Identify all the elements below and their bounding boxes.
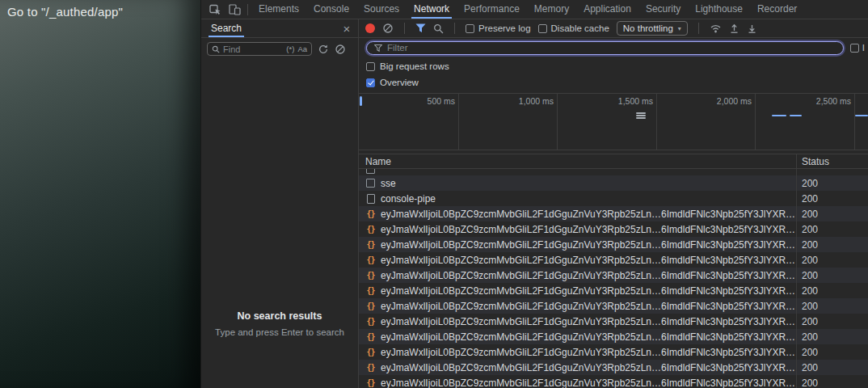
find-toolbar: Find (*) Aa (201, 38, 358, 57)
filter-placeholder: Filter (387, 43, 408, 53)
toolbar-separator (454, 23, 455, 34)
overview-gridline (755, 94, 756, 150)
script-icon (365, 239, 376, 250)
tab-console[interactable]: Console (306, 0, 356, 19)
tab-recorder[interactable]: Recorder (750, 0, 804, 19)
find-placeholder: Find (223, 44, 283, 54)
overview-option[interactable]: Overview (366, 74, 868, 91)
inspect-icon[interactable] (205, 0, 225, 19)
search-icon[interactable] (433, 23, 444, 34)
network-toolbar: Preserve log Disable cache No throttling… (359, 19, 868, 38)
browser-page-background: Go to "/_authed/app" (0, 0, 200, 388)
request-row[interactable]: eyJmaWxlIjoiL0BpZC9zcmMvbGliL2F1dGguZnVu… (359, 329, 868, 344)
tab-elements[interactable]: Elements (251, 0, 306, 19)
block-icon[interactable] (335, 44, 346, 55)
big-request-rows-option[interactable]: Big request rows (366, 58, 868, 74)
request-row[interactable]: eyJmaWxlIjoiL0BpZC9zcmMvbGliL2F1dGguZnVu… (359, 252, 868, 268)
tab-application[interactable]: Application (576, 0, 638, 19)
tab-lighthouse[interactable]: Lighthouse (688, 0, 750, 19)
import-har-icon[interactable] (729, 23, 739, 34)
tab-performance[interactable]: Performance (457, 0, 527, 19)
request-row[interactable]: console-pipe200 (359, 191, 868, 206)
request-status: 200 (796, 191, 868, 206)
tab-network[interactable]: Network (407, 0, 457, 19)
filter-icon[interactable] (415, 23, 426, 33)
request-status: 200 (796, 237, 868, 252)
request-row[interactable]: eyJmaWxlIjoiL0BpZC9zcmMvbGliL2F1dGguZnVu… (359, 237, 868, 252)
request-status: 200 (796, 252, 868, 268)
request-status: 200 (796, 344, 868, 360)
request-row[interactable]: eyJmaWxlIjoiL0BpZC9zcmMvbGliL2F1dGguZnVu… (359, 221, 868, 237)
device-toolbar-icon[interactable] (225, 0, 244, 19)
record-icon[interactable] (365, 23, 375, 33)
toolbar-separator (404, 23, 405, 34)
request-status: 200 (796, 375, 868, 388)
checkbox-icon[interactable] (538, 24, 547, 33)
checkbox-icon[interactable] (850, 44, 859, 53)
export-har-icon[interactable] (747, 23, 757, 34)
search-input[interactable]: Find (*) Aa (207, 42, 312, 56)
column-header-name[interactable]: Name (359, 154, 796, 168)
request-status: 200 (796, 221, 868, 237)
script-icon (365, 331, 376, 342)
request-status: 200 (796, 298, 868, 314)
devtools-tabs: ElementsConsoleSourcesNetworkPerformance… (251, 0, 804, 19)
network-conditions-icon[interactable] (710, 23, 722, 33)
invert-label: I (862, 43, 865, 53)
request-row[interactable]: eyJmaWxlIjoiL0BpZC9zcmMvbGliL2F1dGguZnVu… (359, 283, 868, 298)
script-icon (365, 377, 376, 388)
request-row[interactable]: eyJmaWxlIjoiL0BpZC9zcmMvbGliL2F1dGguZnVu… (359, 344, 868, 360)
disable-cache-checkbox[interactable]: Disable cache (538, 23, 609, 33)
overview-request-mark (636, 117, 646, 119)
overview-time-label: 1,500 ms (618, 96, 653, 106)
request-name: eyJmaWxlIjoiL0BpZC9zcmMvbGliL2F1dGguZnVu… (381, 347, 796, 358)
column-header-status[interactable]: Status (796, 154, 868, 168)
request-row[interactable]: eyJmaWxlIjoiL0BpZC9zcmMvbGliL2F1dGguZnVu… (359, 298, 868, 314)
throttling-select[interactable]: No throttling ▾ (617, 21, 688, 36)
no-results-subtitle: Type and press Enter to search (201, 327, 358, 337)
network-overview[interactable]: 500 ms1,000 ms1,500 ms2,000 ms2,500 ms (359, 93, 868, 150)
request-row[interactable]: sse200 (359, 175, 868, 191)
invert-checkbox[interactable]: I (850, 43, 865, 53)
overview-time-label: 500 ms (428, 96, 455, 106)
close-icon[interactable]: × (340, 23, 353, 35)
throttling-value: No throttling (623, 23, 673, 33)
search-panel-header: Search × (201, 19, 358, 38)
request-status: 200 (796, 314, 868, 329)
tab-sources[interactable]: Sources (356, 0, 407, 19)
request-row[interactable]: eyJmaWxlIjoiL0BpZC9zcmMvbGliL2F1dGguZnVu… (359, 360, 868, 375)
request-name: eyJmaWxlIjoiL0BpZC9zcmMvbGliL2F1dGguZnVu… (381, 255, 796, 266)
script-icon (365, 209, 376, 219)
tab-memory[interactable]: Memory (527, 0, 576, 19)
overview-gridline (656, 94, 657, 150)
tab-security[interactable]: Security (638, 0, 688, 19)
script-icon (365, 224, 376, 234)
overview-time-label: 1,000 ms (519, 96, 554, 106)
refresh-icon[interactable] (318, 44, 329, 55)
request-row[interactable]: eyJmaWxlIjoiL0BpZC9zcmMvbGliL2F1dGguZnVu… (359, 375, 868, 388)
request-row[interactable]: eyJmaWxlIjoiL0BpZC9zcmMvbGliL2F1dGguZnVu… (359, 206, 868, 221)
filter-input[interactable]: Filter (366, 41, 844, 55)
match-case-icon[interactable]: Aa (297, 44, 307, 53)
table-header: Name Status (359, 154, 868, 169)
checkbox-icon[interactable] (366, 62, 375, 71)
preserve-log-checkbox[interactable]: Preserve log (466, 23, 531, 33)
overview-left-handle[interactable] (360, 96, 362, 106)
tab-search[interactable]: Search (209, 19, 244, 37)
request-status: 200 (796, 206, 868, 221)
request-row[interactable]: eyJmaWxlIjoiL0BpZC9zcmMvbGliL2F1dGguZnVu… (359, 268, 868, 283)
checkbox-icon[interactable] (366, 78, 375, 87)
request-name: eyJmaWxlIjoiL0BpZC9zcmMvbGliL2F1dGguZnVu… (381, 270, 796, 281)
regex-icon[interactable]: (*) (286, 44, 294, 53)
overview-time-label: 2,000 ms (717, 96, 752, 106)
requests-table: Name Status sse200console-pipe200eyJmaWx… (359, 154, 868, 388)
big-request-rows-label: Big request rows (380, 61, 449, 71)
filter-row: Filter I (359, 38, 868, 57)
script-icon (365, 362, 376, 373)
clear-icon[interactable] (382, 23, 394, 34)
request-row[interactable]: eyJmaWxlIjoiL0BpZC9zcmMvbGliL2F1dGguZnVu… (359, 314, 868, 329)
document-icon (365, 193, 376, 204)
request-name: eyJmaWxlIjoiL0BpZC9zcmMvbGliL2F1dGguZnVu… (381, 239, 796, 251)
network-options: Big request rows Overview (359, 57, 868, 91)
checkbox-icon[interactable] (466, 24, 474, 33)
